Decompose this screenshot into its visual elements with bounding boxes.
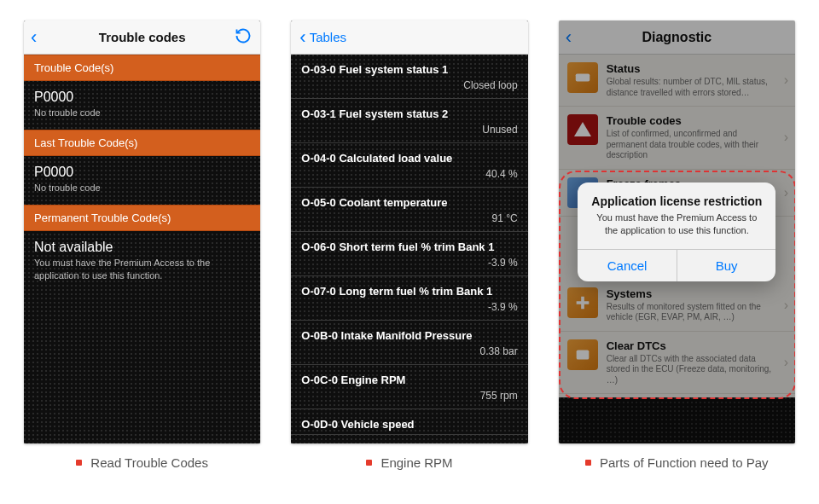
not-available-title: Not available	[34, 240, 250, 255]
back-button[interactable]: ‹	[31, 28, 37, 47]
chevron-left-icon: ‹	[31, 28, 37, 47]
data-row[interactable]: O-0D-0 Vehicle speed	[291, 409, 527, 435]
section-permanent-trouble-codes: Permanent Trouble Code(s)	[24, 205, 260, 231]
back-button[interactable]: ‹ Tables	[299, 28, 346, 47]
buy-button[interactable]: Buy	[677, 250, 776, 281]
data-row[interactable]: O-04-0 Calculated load value40.4 %	[291, 143, 527, 188]
back-label: Tables	[310, 30, 346, 44]
section-last-trouble-codes: Last Trouble Code(s)	[24, 130, 260, 156]
refresh-button[interactable]	[235, 27, 252, 47]
navbar: ‹ Trouble codes	[24, 20, 260, 55]
screen-diagnostic: ‹ Diagnostic StatusGlobal results: numbe…	[559, 20, 795, 443]
bullet-icon	[585, 460, 591, 466]
bullet-icon	[76, 460, 82, 466]
code-item[interactable]: P0000 No trouble code	[24, 156, 260, 205]
caption-2: Engine RPM	[291, 455, 527, 470]
code-item[interactable]: P0000 No trouble code	[24, 81, 260, 130]
code-value: P0000	[34, 90, 250, 105]
not-available-desc: You must have the Premium Access to the …	[34, 257, 250, 282]
code-desc: No trouble code	[34, 107, 250, 119]
section-trouble-codes: Trouble Code(s)	[24, 55, 260, 81]
modal-overlay: Application license restriction You must…	[559, 20, 795, 443]
caption-1: Read Trouble Codes	[24, 455, 260, 470]
cancel-button[interactable]: Cancel	[578, 250, 677, 281]
refresh-icon	[235, 27, 252, 44]
alert-message: You must have the Premium Access to the …	[578, 211, 775, 249]
license-alert: Application license restriction You must…	[578, 182, 775, 281]
navbar: ‹ Tables	[291, 20, 527, 55]
nav-title: Trouble codes	[99, 30, 186, 44]
data-row[interactable]: O-0B-0 Intake Manifold Pressure0.38 bar	[291, 321, 527, 365]
data-row[interactable]: O-03-0 Fuel system status 1Closed loop	[291, 55, 527, 99]
data-row[interactable]: O-05-0 Coolant temperature91 °C	[291, 188, 527, 232]
data-row[interactable]: O-07-0 Long term fuel % trim Bank 1-3.9 …	[291, 276, 527, 321]
bullet-icon	[366, 460, 372, 466]
caption-3: Parts of Function need to Pay	[559, 455, 795, 470]
chevron-left-icon: ‹	[299, 28, 305, 47]
code-item[interactable]: Not available You must have the Premium …	[24, 231, 260, 293]
screen-tables: ‹ Tables O-03-0 Fuel system status 1Clos…	[291, 20, 527, 443]
code-value: P0000	[34, 165, 250, 180]
data-row[interactable]: O-03-1 Fuel system status 2Unused	[291, 99, 527, 143]
screen-trouble-codes: ‹ Trouble codes Trouble Code(s) P0000 No…	[24, 20, 260, 443]
data-row[interactable]: O-0C-0 Engine RPM755 rpm	[291, 365, 527, 409]
code-desc: No trouble code	[34, 182, 250, 194]
alert-title: Application license restriction	[578, 182, 775, 211]
data-row[interactable]: O-06-0 Short term fuel % trim Bank 1-3.9…	[291, 232, 527, 276]
